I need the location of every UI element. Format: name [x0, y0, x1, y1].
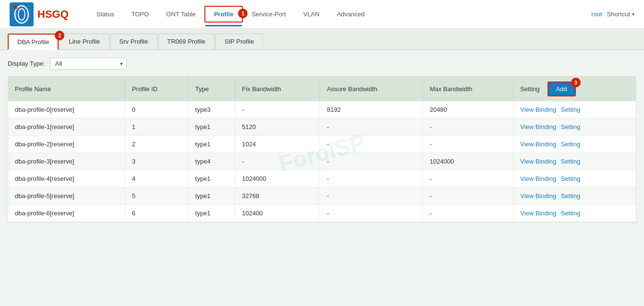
cell-max-bw: 1024000: [423, 153, 513, 170]
col-type: Type: [188, 77, 235, 101]
nav-shortcut[interactable]: Shortcut ▾: [607, 11, 634, 18]
setting-link[interactable]: Setting: [561, 192, 580, 200]
cell-max-bw: -: [423, 136, 513, 153]
cell-actions: View Binding Setting: [513, 136, 636, 153]
tab-srv-profile[interactable]: Srv Profile: [110, 34, 157, 49]
cell-max-bw: 20480: [423, 101, 513, 118]
setting-link[interactable]: Setting: [561, 175, 580, 182]
table-body: dba-profile-0[reserve] 0 type3 - 8192 20…: [8, 101, 636, 222]
display-type-select-wrapper: All type1 type2 type3 type4: [50, 58, 127, 70]
tab-line-profile[interactable]: Line Profile: [60, 34, 109, 49]
tab-sip-profile[interactable]: SIP Profile: [215, 34, 263, 49]
table-row: dba-profile-3[reserve] 3 type4 - - 10240…: [8, 153, 636, 170]
cell-profile-id: 3: [125, 153, 188, 170]
cell-type: type3: [188, 101, 235, 118]
setting-link[interactable]: Setting: [561, 141, 580, 148]
cell-actions: View Binding Setting: [513, 101, 636, 118]
cell-fix-bw: 1024: [235, 136, 320, 153]
svg-point-3: [13, 5, 17, 9]
cell-profile-name: dba-profile-2[reserve]: [8, 136, 125, 153]
logo-area: HSGQ: [10, 2, 69, 26]
cell-actions: View Binding Setting: [513, 153, 636, 170]
cell-max-bw: -: [423, 118, 513, 136]
view-binding-link[interactable]: View Binding: [520, 141, 556, 148]
setting-link[interactable]: Setting: [561, 158, 580, 165]
setting-link[interactable]: Setting: [561, 210, 580, 217]
cell-profile-name: dba-profile-4[reserve]: [8, 170, 125, 188]
cell-profile-id: 0: [125, 101, 188, 118]
nav-advanced[interactable]: Advanced: [328, 7, 373, 22]
cell-assure-bw: 8192: [320, 101, 423, 118]
cell-fix-bw: -: [235, 153, 320, 170]
nav-vlan[interactable]: VLAN: [295, 7, 328, 22]
cell-max-bw: -: [423, 170, 513, 188]
dba-profile-table: Profile Name Profile ID Type Fix Bandwid…: [8, 76, 636, 223]
tab-tr069-profile[interactable]: TR069 Profile: [158, 34, 215, 49]
table-row: dba-profile-0[reserve] 0 type3 - 8192 20…: [8, 101, 636, 118]
cell-profile-id: 6: [125, 205, 188, 222]
cell-type: type1: [188, 118, 235, 136]
nav-right: root Shortcut ▾: [591, 11, 634, 18]
cell-actions: View Binding Setting: [513, 170, 636, 188]
view-binding-link[interactable]: View Binding: [520, 106, 556, 113]
col-setting: Setting Add 3: [513, 77, 636, 101]
nav-status[interactable]: Status: [88, 7, 123, 22]
shortcut-label: Shortcut: [607, 11, 630, 18]
chevron-down-icon: ▾: [632, 12, 634, 17]
logo-icon: [10, 2, 34, 26]
view-binding-link[interactable]: View Binding: [520, 210, 556, 217]
cell-assure-bw: -: [320, 188, 423, 205]
cell-type: type1: [188, 136, 235, 153]
cell-profile-name: dba-profile-3[reserve]: [8, 153, 125, 170]
cell-profile-id: 1: [125, 118, 188, 136]
view-binding-link[interactable]: View Binding: [520, 123, 556, 130]
annotation-badge-3: 3: [571, 78, 581, 87]
table-header: Profile Name Profile ID Type Fix Bandwid…: [8, 77, 636, 101]
cell-fix-bw: 5120: [235, 118, 320, 136]
col-fix-bandwidth: Fix Bandwidth: [235, 77, 320, 101]
nav-ont-table[interactable]: ONT Table: [157, 7, 204, 22]
table-row: dba-profile-2[reserve] 2 type1 1024 - - …: [8, 136, 636, 153]
header: HSGQ Status TOPO ONT Table Profile 1 Ser…: [0, 0, 644, 29]
nav-profile[interactable]: Profile: [204, 6, 243, 23]
nav-user: root: [591, 11, 602, 18]
content-area: Display Type: All type1 type2 type3 type…: [0, 50, 644, 230]
tabs-bar: DBA Profile 2 Line Profile Srv Profile T…: [0, 29, 644, 50]
cell-assure-bw: -: [320, 170, 423, 188]
view-binding-link[interactable]: View Binding: [520, 158, 556, 165]
cell-actions: View Binding Setting: [513, 118, 636, 136]
table-row: dba-profile-4[reserve] 4 type1 1024000 -…: [8, 170, 636, 188]
nav-topo[interactable]: TOPO: [123, 7, 158, 22]
setting-link[interactable]: Setting: [561, 106, 580, 113]
cell-type: type1: [188, 170, 235, 188]
view-binding-link[interactable]: View Binding: [520, 175, 556, 182]
table-row: dba-profile-6[reserve] 6 type1 102400 - …: [8, 205, 636, 222]
cell-profile-id: 2: [125, 136, 188, 153]
cell-fix-bw: 32768: [235, 188, 320, 205]
col-max-bandwidth: Max Bandwidth: [423, 77, 513, 101]
cell-assure-bw: -: [320, 136, 423, 153]
cell-profile-name: dba-profile-0[reserve]: [8, 101, 125, 118]
cell-profile-name: dba-profile-5[reserve]: [8, 188, 125, 205]
view-binding-link[interactable]: View Binding: [520, 192, 556, 200]
col-profile-name: Profile Name: [8, 77, 125, 101]
setting-link[interactable]: Setting: [561, 123, 580, 130]
header-row: Profile Name Profile ID Type Fix Bandwid…: [8, 77, 636, 101]
cell-actions: View Binding Setting: [513, 188, 636, 205]
col-setting-label: Setting: [520, 85, 539, 93]
display-type-label: Display Type:: [8, 60, 45, 67]
cell-profile-name: dba-profile-1[reserve]: [8, 118, 125, 136]
cell-profile-id: 5: [125, 188, 188, 205]
col-profile-id: Profile ID: [125, 77, 188, 101]
cell-fix-bw: -: [235, 101, 320, 118]
nav-service-port[interactable]: Service-Port: [243, 7, 295, 22]
display-type-select[interactable]: All type1 type2 type3 type4: [50, 58, 127, 70]
cell-type: type1: [188, 188, 235, 205]
cell-actions: View Binding Setting: [513, 205, 636, 222]
cell-fix-bw: 102400: [235, 205, 320, 222]
tab-dba-profile[interactable]: DBA Profile: [8, 34, 59, 49]
cell-type: type1: [188, 205, 235, 222]
cell-assure-bw: -: [320, 118, 423, 136]
display-type-row: Display Type: All type1 type2 type3 type…: [8, 58, 636, 70]
profile-table-element: Profile Name Profile ID Type Fix Bandwid…: [8, 77, 636, 222]
